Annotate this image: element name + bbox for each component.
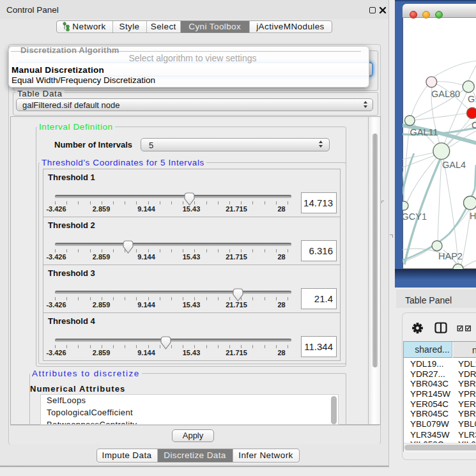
svg-text:C: C [472, 120, 476, 130]
svg-text:GAL80: GAL80 [431, 89, 460, 99]
svg-text:H: H [470, 211, 476, 221]
svg-text:GAL4: GAL4 [442, 160, 466, 170]
svg-text:GAL11: GAL11 [410, 127, 438, 137]
svg-text:GCY1: GCY1 [403, 211, 427, 222]
svg-text:G.: G. [468, 94, 476, 104]
svg-text:HAP2: HAP2 [438, 251, 463, 261]
